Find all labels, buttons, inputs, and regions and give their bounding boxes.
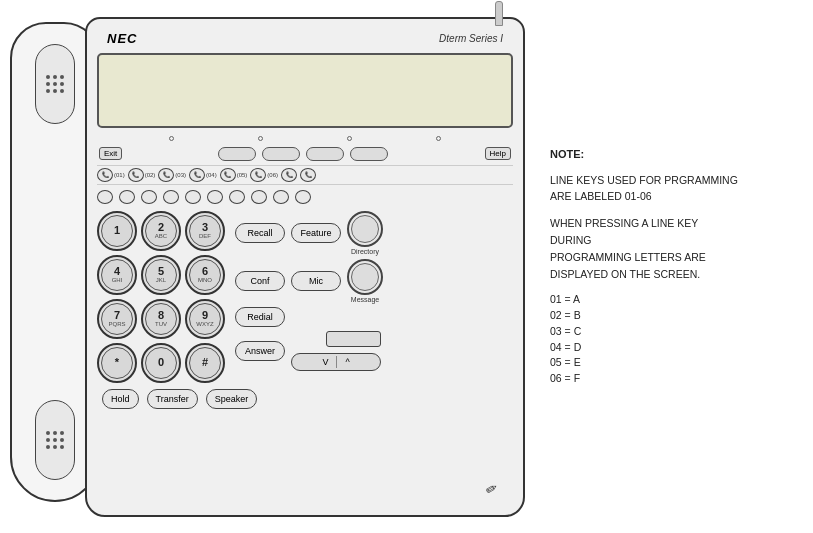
key-9[interactable]: 9 WXYZ xyxy=(185,299,225,339)
note-code-item: 06 = F xyxy=(550,371,740,387)
oval-btn-2[interactable] xyxy=(262,147,300,161)
line-key-03[interactable]: 📞 (03) xyxy=(158,168,186,182)
line-keys-row-2 xyxy=(97,188,513,206)
line-key-extra-2[interactable]: 📞 xyxy=(300,168,316,182)
note-line2: WHEN PRESSING A LINE KEY DURING PROGRAMM… xyxy=(550,215,740,282)
key-star[interactable]: * xyxy=(97,343,137,383)
message-label: Message xyxy=(351,296,379,303)
note-code-item: 04 = D xyxy=(550,340,740,356)
conf-button[interactable]: Conf xyxy=(235,271,285,291)
notes-panel: NOTE: LINE KEYS USED FOR PRGRAMMING ARE … xyxy=(530,131,760,402)
line-key-01[interactable]: 📞 (01) xyxy=(97,168,125,182)
numeric-keypad: 1 2 ABC 3 DEF xyxy=(97,211,225,383)
key-3[interactable]: 3 DEF xyxy=(185,211,225,251)
recall-button[interactable]: Recall xyxy=(235,223,285,243)
small-key-4[interactable] xyxy=(163,190,179,204)
key-5[interactable]: 5 JKL xyxy=(141,255,181,295)
small-key-3[interactable] xyxy=(141,190,157,204)
indicator-dots xyxy=(97,136,513,141)
key-0[interactable]: 0 xyxy=(141,343,181,383)
directory-label: Directory xyxy=(351,248,379,255)
recall-feature-row: Recall Feature Directory xyxy=(235,211,383,255)
note-code-item: 05 = E xyxy=(550,355,740,371)
small-key-5[interactable] xyxy=(185,190,201,204)
small-key-8[interactable] xyxy=(251,190,267,204)
key-2[interactable]: 2 ABC xyxy=(141,211,181,251)
small-key-10[interactable] xyxy=(295,190,311,204)
line-key-05[interactable]: 📞 (05) xyxy=(220,168,248,182)
volume-bar[interactable]: V ^ xyxy=(291,353,381,371)
small-key-7[interactable] xyxy=(229,190,245,204)
display-screen xyxy=(97,53,513,128)
phone-body: NEC Dterm Series I Exit xyxy=(10,12,530,522)
hold-button[interactable]: Hold xyxy=(102,389,139,409)
redial-row: Redial xyxy=(235,307,383,327)
note-code-item: 01 = A xyxy=(550,292,740,308)
key-4[interactable]: 4 GHI xyxy=(97,255,137,295)
message-group: Message xyxy=(347,259,383,303)
directory-round-btn[interactable] xyxy=(347,211,383,247)
brand-name: NEC xyxy=(107,31,137,46)
top-btn-row: Exit Help xyxy=(97,147,513,161)
transfer-button[interactable]: Transfer xyxy=(147,389,198,409)
help-button[interactable]: Help xyxy=(485,147,511,160)
indicator-dot-2 xyxy=(258,136,263,141)
handset-speaker xyxy=(35,44,75,124)
speaker-button[interactable]: Speaker xyxy=(206,389,258,409)
conf-mic-row: Conf Mic Message xyxy=(235,259,383,303)
vol-left-label: V xyxy=(322,357,328,367)
answer-button[interactable]: Answer xyxy=(235,341,285,361)
small-key-9[interactable] xyxy=(273,190,289,204)
line-key-04[interactable]: 📞 (04) xyxy=(189,168,217,182)
redial-button[interactable]: Redial xyxy=(235,307,285,327)
main-container: NEC Dterm Series I Exit xyxy=(0,0,813,533)
note-title: NOTE: xyxy=(550,146,740,164)
oval-btn-4[interactable] xyxy=(350,147,388,161)
small-rect-btn[interactable] xyxy=(326,331,381,347)
oval-btn-3[interactable] xyxy=(306,147,344,161)
line-key-06[interactable]: 📞 (06) xyxy=(250,168,278,182)
keypad-area: 1 2 ABC 3 DEF xyxy=(97,211,513,383)
mic-button[interactable]: Mic xyxy=(291,271,341,291)
note-code-item: 03 = C xyxy=(550,324,740,340)
indicator-dot-1 xyxy=(169,136,174,141)
small-key-2[interactable] xyxy=(119,190,135,204)
note-codes: 01 = A02 = B03 = C04 = D05 = E06 = F xyxy=(550,292,740,387)
line-key-extra-1[interactable]: 📞 xyxy=(281,168,297,182)
key-7[interactable]: 7 PQRS xyxy=(97,299,137,339)
key-hash[interactable]: # xyxy=(185,343,225,383)
indicator-dot-3 xyxy=(347,136,352,141)
vol-right-label: ^ xyxy=(345,357,349,367)
note-line1: LINE KEYS USED FOR PRGRAMMING ARE LABELE… xyxy=(550,172,740,206)
directory-group: Directory xyxy=(347,211,383,255)
key-8[interactable]: 8 TUV xyxy=(141,299,181,339)
brand-bar: NEC Dterm Series I xyxy=(97,29,513,48)
key-1[interactable]: 1 xyxy=(97,211,137,251)
indicator-dot-4 xyxy=(436,136,441,141)
nav-row: Answer V ^ xyxy=(235,331,383,371)
small-key-6[interactable] xyxy=(207,190,223,204)
oval-btn-1[interactable] xyxy=(218,147,256,161)
note-code-item: 02 = B xyxy=(550,308,740,324)
line-keys-row-1: 📞 (01) 📞 (02) 📞 (03) 📞 (04) 📞 (05 xyxy=(97,165,513,185)
bottom-btns: Hold Transfer Speaker xyxy=(97,389,513,409)
top-oval-btns xyxy=(122,147,484,161)
exit-button[interactable]: Exit xyxy=(99,147,122,160)
line-key-02[interactable]: 📞 (02) xyxy=(128,168,156,182)
feature-btns: Recall Feature Directory Conf Mic xyxy=(235,211,383,383)
message-round-btn[interactable] xyxy=(347,259,383,295)
pen-icon: ✏ xyxy=(483,479,501,499)
feature-button[interactable]: Feature xyxy=(291,223,341,243)
handset-mic xyxy=(35,400,75,480)
model-name: Dterm Series I xyxy=(439,33,503,44)
key-6[interactable]: 6 MNO xyxy=(185,255,225,295)
phone-base: NEC Dterm Series I Exit xyxy=(85,17,525,517)
antenna xyxy=(495,1,503,26)
small-key-1[interactable] xyxy=(97,190,113,204)
